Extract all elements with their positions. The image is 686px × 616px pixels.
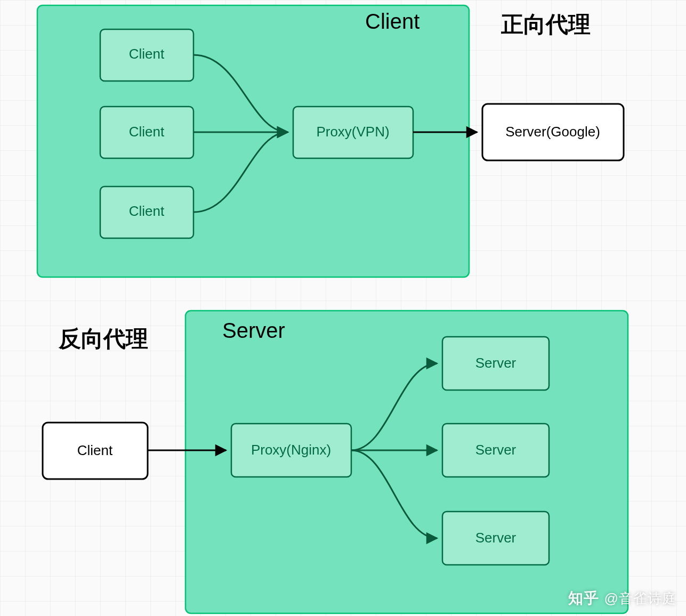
top-server-label: Server(Google) <box>505 124 600 140</box>
bottom-server-label-1: Server <box>475 355 516 371</box>
bottom-client-label: Client <box>77 442 113 458</box>
top-client-label-1: Client <box>129 46 165 62</box>
top-title-zh: 正向代理 <box>501 10 591 39</box>
watermark: 知乎 @音雀诗庭 <box>568 588 676 609</box>
watermark-brand: 知乎 <box>568 588 599 609</box>
diagram-canvas: Client Client Client Proxy(VPN) Server(G… <box>0 0 686 616</box>
top-client-label-2: Client <box>129 124 165 140</box>
bottom-group-label: Server <box>222 319 285 343</box>
top-group-label: Client <box>365 10 419 34</box>
top-proxy-label: Proxy(VPN) <box>316 124 389 140</box>
bottom-server-label-3: Server <box>475 530 516 546</box>
diagram-svg: Client Client Client Proxy(VPN) Server(G… <box>0 0 686 616</box>
top-client-label-3: Client <box>129 203 165 219</box>
bottom-proxy-label: Proxy(Nginx) <box>251 442 331 458</box>
bottom-title-zh: 反向代理 <box>59 324 148 354</box>
watermark-author: @音雀诗庭 <box>604 589 676 608</box>
bottom-server-label-2: Server <box>475 442 516 458</box>
